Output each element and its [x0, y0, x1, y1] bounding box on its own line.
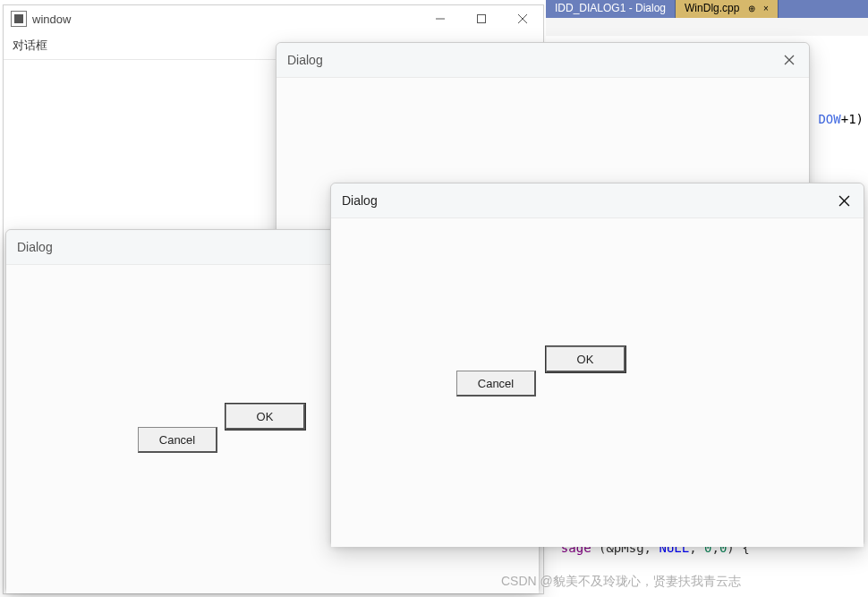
minimize-icon [436, 14, 445, 23]
maximize-button[interactable] [461, 5, 502, 32]
ide-scope-bar: (全局范围) [546, 18, 868, 37]
main-window-titlebar[interactable]: window [4, 5, 543, 32]
close-icon [518, 14, 527, 23]
ok-button[interactable]: OK [546, 346, 625, 372]
pin-icon[interactable]: ⊕ [748, 4, 755, 13]
button-label: Cancel [478, 377, 514, 390]
button-label: OK [577, 353, 594, 366]
cancel-button[interactable]: Cancel [456, 371, 536, 397]
maximize-icon [477, 14, 486, 23]
dialog-close-button[interactable] [770, 43, 809, 77]
ide-tab-label: WinDlg.cpp [685, 2, 739, 14]
dialog-title: Dialog [342, 193, 378, 208]
ok-button[interactable]: OK [226, 404, 305, 430]
close-icon [838, 195, 850, 207]
dialog-titlebar[interactable]: Dialog [277, 43, 809, 78]
button-label: Cancel [159, 433, 195, 447]
dialog-window-front: Dialog OK Cancel [330, 183, 864, 547]
svg-rect-1 [478, 15, 486, 23]
dialog-body: OK Cancel [331, 218, 864, 547]
ide-tab-dialog[interactable]: IDD_DIALOG1 - Dialog [546, 0, 676, 18]
ide-tab-label: IDD_DIALOG1 - Dialog [555, 2, 666, 14]
button-label: OK [257, 410, 274, 423]
dialog-titlebar[interactable]: Dialog [331, 183, 864, 218]
close-button[interactable] [502, 5, 543, 32]
close-icon [784, 55, 795, 65]
dialog-title: Dialog [287, 53, 323, 67]
code-fragment: DOW+1) [818, 112, 864, 126]
dialog-close-button[interactable] [824, 183, 864, 217]
ide-tab-source[interactable]: WinDlg.cpp ⊕ × [676, 0, 779, 18]
minimize-button[interactable] [420, 5, 461, 32]
cancel-button[interactable]: Cancel [138, 427, 217, 453]
ide-tab-strip: IDD_DIALOG1 - Dialog WinDlg.cpp ⊕ × [546, 0, 868, 18]
dialog-title: Dialog [17, 240, 53, 254]
app-icon [11, 11, 27, 27]
main-window-title: window [32, 13, 71, 26]
watermark-text: CSDN @貌美不及玲珑心，贤妻扶我青云志 [501, 574, 741, 590]
close-icon[interactable]: × [763, 4, 769, 13]
